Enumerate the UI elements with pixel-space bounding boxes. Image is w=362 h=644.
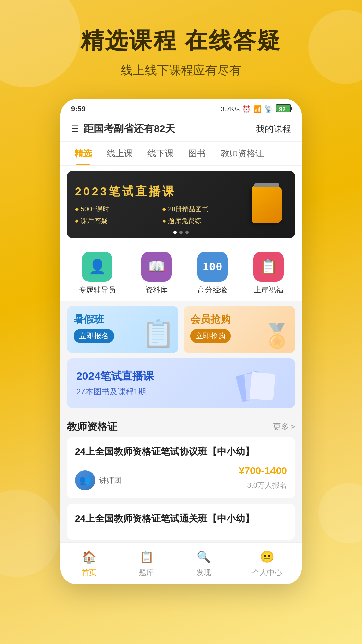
nav-profile[interactable]: 😐 个人中心 — [252, 548, 282, 578]
experience-icon: 100 — [197, 252, 228, 282]
banner-feature-1: 28册精品图书 — [162, 205, 247, 214]
bottom-nav: 🏠 首页 📋 题库 🔍 发现 😐 个人中心 — [60, 542, 302, 584]
status-icons: 3.7K/s ⏰ 📶 📡 92 — [221, 104, 291, 114]
hero-title: 精选课程 在线答疑 — [13, 27, 349, 54]
home-label: 首页 — [82, 568, 97, 578]
banner-title: 2023笔试直播课 — [75, 184, 247, 199]
profile-label: 个人中心 — [252, 568, 282, 578]
promo-summer[interactable]: 暑假班 立即报名 📋 — [67, 306, 178, 353]
summer-btn[interactable]: 立即报名 — [74, 329, 114, 343]
vip-content: 会员抢购 立即抢购 — [190, 313, 231, 343]
summer-content: 暑假班 立即报名 — [74, 313, 114, 343]
course-title-2: 24上全国教师资格证笔试通关班【中小幼】 — [75, 512, 287, 525]
experience-label: 高分经验 — [198, 285, 227, 295]
promo-vip[interactable]: 会员抢购 立即抢购 🏅 — [184, 306, 295, 353]
blessing-label: 上岸祝福 — [254, 285, 283, 295]
banner-section: 2023笔试直播课 500+课时 28册精品图书 课后答疑 题库免费练 — [60, 166, 302, 244]
course-title-1: 24上全国教师资格证笔试协议班【中小幼】 — [75, 445, 287, 458]
countdown-label: 距国考副省还有82天 — [83, 122, 175, 136]
nav-questions[interactable]: 📋 题库 — [138, 548, 155, 578]
dot-2 — [185, 231, 189, 234]
banner-features: 500+课时 28册精品图书 课后答疑 题库免费练 — [75, 205, 247, 225]
questions-label: 题库 — [139, 568, 154, 578]
dot-0 — [173, 231, 177, 234]
dot-1 — [179, 231, 183, 234]
vip-btn[interactable]: 立即抢购 — [190, 329, 231, 343]
status-time: 9:59 — [71, 105, 86, 113]
tutor-icon: 👤 — [82, 252, 112, 282]
vip-title: 会员抢购 — [190, 313, 231, 326]
price-enrollment-1: ¥700-1400 3.0万人报名 — [239, 465, 287, 490]
hamburger-icon[interactable]: ☰ — [71, 124, 79, 134]
banner-right — [247, 186, 287, 223]
summer-deco: 📋 — [141, 318, 175, 350]
banner-feature-0: 500+课时 — [75, 205, 160, 214]
enrollment-1: 3.0万人报名 — [239, 480, 287, 490]
featured-desc: 27本图书及课程1期 — [76, 386, 232, 397]
nav-home[interactable]: 🏠 首页 — [80, 548, 98, 578]
book-3 — [250, 372, 276, 401]
action-tutor[interactable]: 👤 专属辅导员 — [79, 252, 116, 295]
featured-banner: 2024笔试直播课 27本图书及课程1期 — [60, 358, 302, 413]
main-banner[interactable]: 2023笔试直播课 500+课时 28册精品图书 课后答疑 题库免费练 — [67, 171, 295, 238]
tab-online[interactable]: 线上课 — [99, 142, 140, 165]
discover-icon: 🔍 — [195, 548, 213, 566]
teacher-cert-more[interactable]: 更多 — [273, 421, 295, 432]
teacher-cert-header: 教师资格证 更多 — [60, 413, 302, 437]
teacher-cert-title: 教师资格证 — [67, 420, 117, 434]
nav-discover[interactable]: 🔍 发现 — [195, 548, 213, 578]
tab-offline[interactable]: 线下课 — [140, 142, 181, 165]
banner-feature-2: 课后答疑 — [75, 216, 160, 225]
my-courses-link[interactable]: 我的课程 — [256, 123, 291, 135]
featured-card[interactable]: 2024笔试直播课 27本图书及课程1期 — [67, 358, 295, 408]
nav-bar: ☰ 距国考副省还有82天 我的课程 — [60, 117, 302, 142]
course-info-1: 👥 讲师团 ¥700-1400 3.0万人报名 — [75, 465, 287, 490]
vip-deco: 🏅 — [262, 322, 292, 350]
home-icon: 🏠 — [80, 548, 98, 566]
blessing-icon: 📋 — [253, 252, 284, 282]
tabs-bar: 精选 线上课 线下课 图书 教师资格证 — [60, 142, 302, 166]
battery-level: 92 — [279, 106, 286, 113]
action-library[interactable]: 📖 资料库 — [141, 252, 172, 295]
featured-content: 2024笔试直播课 27本图书及课程1期 — [76, 369, 232, 397]
featured-deco — [232, 366, 286, 400]
featured-title: 2024笔试直播课 — [76, 369, 232, 384]
tab-featured[interactable]: 精选 — [67, 142, 99, 165]
quick-actions: 👤 专属辅导员 📖 资料库 100 高分经验 📋 上岸祝福 — [60, 244, 302, 301]
signal-icon: 📶 — [253, 105, 262, 113]
course-card-2[interactable]: 24上全国教师资格证笔试通关班【中小幼】 — [67, 504, 295, 540]
action-experience[interactable]: 100 高分经验 — [197, 252, 228, 295]
tab-teacher-cert[interactable]: 教师资格证 — [213, 142, 272, 165]
teacher-name-1: 讲师团 — [99, 475, 121, 485]
hero-subtitle: 线上线下课程应有尽有 — [13, 62, 349, 79]
status-bar: 9:59 3.7K/s ⏰ 📶 📡 92 — [60, 99, 302, 117]
wifi-icon: 📡 — [264, 105, 273, 113]
notebook-icon — [252, 186, 282, 223]
tab-books[interactable]: 图书 — [181, 142, 213, 165]
banner-feature-3: 题库免费练 — [162, 216, 247, 225]
action-blessing[interactable]: 📋 上岸祝福 — [253, 252, 284, 295]
library-icon: 📖 — [141, 252, 172, 282]
library-label: 资料库 — [145, 285, 168, 295]
profile-icon: 😐 — [258, 548, 276, 566]
battery-icon: 92 — [276, 104, 291, 112]
banner-content: 2023笔试直播课 500+课时 28册精品图书 课后答疑 题库免费练 — [75, 184, 247, 225]
discover-label: 发现 — [196, 568, 211, 578]
banner-dots — [173, 231, 189, 234]
alarm-icon: ⏰ — [242, 105, 251, 113]
nav-left: ☰ 距国考副省还有82天 — [71, 122, 175, 136]
deco-circle-bl — [0, 490, 60, 577]
tutor-label: 专属辅导员 — [79, 285, 116, 295]
deco-circle-br — [318, 483, 362, 543]
teacher-info-1: 👥 讲师团 — [75, 470, 121, 490]
phone-container: 9:59 3.7K/s ⏰ 📶 📡 92 ☰ 距国考副省还有82天 我的课程 精… — [60, 99, 302, 584]
course-card-1[interactable]: 24上全国教师资格证笔试协议班【中小幼】 👥 讲师团 ¥700-1400 3.0… — [67, 437, 295, 498]
book-stack — [239, 366, 279, 400]
price-1: ¥700-1400 — [239, 465, 287, 476]
network-speed: 3.7K/s — [221, 105, 240, 113]
summer-title: 暑假班 — [74, 313, 114, 326]
questions-icon: 📋 — [138, 548, 155, 566]
hero-section: 精选课程 在线答疑 线上线下课程应有尽有 — [0, 0, 362, 92]
promo-section: 暑假班 立即报名 📋 会员抢购 立即抢购 🏅 — [60, 301, 302, 358]
teacher-avatar-1: 👥 — [75, 470, 95, 490]
